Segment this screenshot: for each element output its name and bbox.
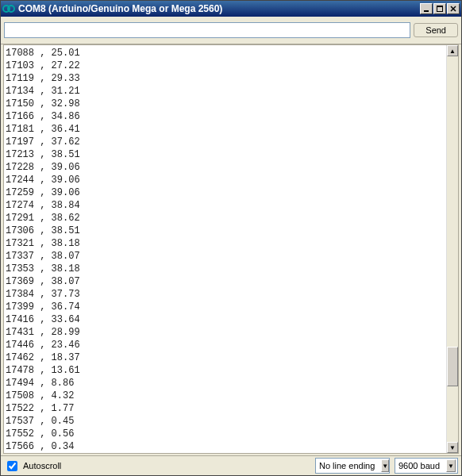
autoscroll-label: Autoscroll <box>23 461 61 470</box>
chevron-down-icon: ▼ <box>381 459 389 472</box>
autoscroll-checkbox[interactable] <box>7 461 17 471</box>
chevron-down-icon: ▼ <box>446 459 456 472</box>
serial-monitor-window: COM8 (Arduino/Genuino Mega or Mega 2560)… <box>0 0 462 476</box>
scroll-thumb[interactable] <box>447 347 458 386</box>
scroll-up-button[interactable]: ▲ <box>447 45 458 56</box>
send-button[interactable]: Send <box>414 23 458 37</box>
minimize-button[interactable] <box>420 3 433 14</box>
scroll-down-button[interactable]: ▼ <box>447 442 458 453</box>
baud-dropdown[interactable]: 9600 baud ▼ <box>395 458 458 474</box>
arduino-icon <box>2 2 15 15</box>
titlebar: COM8 (Arduino/Genuino Mega or Mega 2560) <box>1 1 461 17</box>
output-area: 17088 , 25.01 17103 , 27.22 17119 , 29.3… <box>3 44 459 454</box>
line-ending-value: No line ending <box>319 461 381 470</box>
svg-rect-4 <box>437 6 443 7</box>
window-title: COM8 (Arduino/Genuino Mega or Mega 2560) <box>18 3 420 14</box>
serial-input[interactable] <box>4 22 410 38</box>
line-ending-dropdown[interactable]: No line ending ▼ <box>315 458 390 474</box>
svg-rect-2 <box>424 10 429 12</box>
window-buttons <box>420 3 460 14</box>
maximize-button[interactable] <box>433 3 446 14</box>
baud-value: 9600 baud <box>398 461 446 470</box>
input-row: Send <box>1 17 461 44</box>
serial-output[interactable]: 17088 , 25.01 17103 , 27.22 17119 , 29.3… <box>4 45 447 453</box>
close-button[interactable] <box>447 3 460 14</box>
scrollbar[interactable]: ▲ ▼ <box>446 45 458 453</box>
bottom-bar: Autoscroll No line ending ▼ 9600 baud ▼ <box>1 455 461 475</box>
autoscroll-option[interactable]: Autoscroll <box>4 459 310 474</box>
